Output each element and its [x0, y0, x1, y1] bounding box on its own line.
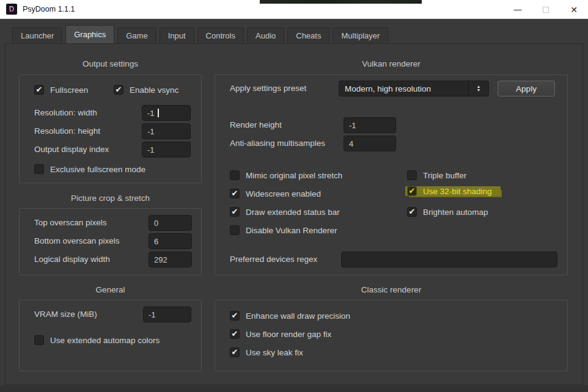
- label-resolution-height: Resolution: height: [34, 123, 100, 139]
- group-output-settings: ✔ Fullscreen ✔ Enable vsync Resolution: …: [19, 74, 202, 183]
- spinner-down-icon: ▼: [477, 89, 481, 92]
- group-vulkan-renderer: Apply settings preset Modern, high resol…: [215, 74, 568, 275]
- checkbox-label: Fullscreen: [50, 85, 88, 95]
- checkbox-sky-leak-fix[interactable]: ✔ Use sky leak fix: [230, 347, 303, 357]
- field-logical-display-width-wrap: [149, 252, 192, 267]
- tab-cheats[interactable]: Cheats: [287, 27, 329, 43]
- check-icon: ✔: [36, 85, 43, 93]
- checkbox-label: Use floor render gap fix: [246, 330, 331, 339]
- group-picture-crop: Top overscan pixels Bottom overscan pixe…: [19, 208, 202, 275]
- close-button[interactable]: ✕: [560, 0, 588, 19]
- label-apply-settings-preset: Apply settings preset: [230, 81, 306, 96]
- checkbox-label: Enhance wall draw precision: [246, 311, 350, 321]
- checkbox-box[interactable]: ✔: [34, 85, 44, 95]
- checkbox-enhance-wall-draw-precision[interactable]: ✔ Enhance wall draw precision: [230, 311, 350, 321]
- checkbox-label: Use 32-bit shading: [423, 187, 492, 196]
- group-general: VRAM size (MiB) ✔ Use extended automap c…: [19, 300, 202, 371]
- tab-launcher[interactable]: Launcher: [12, 27, 62, 43]
- checkbox-triple-buffer[interactable]: ✔ Triple buffer: [407, 170, 466, 180]
- minimize-button[interactable]: —: [504, 0, 532, 19]
- bottom-overscan-input[interactable]: [149, 233, 192, 249]
- checkbox-extended-automap-colors[interactable]: ✔ Use extended automap colors: [34, 335, 160, 345]
- label-preferred-devices-regex: Preferred devices regex: [230, 252, 317, 267]
- checkbox-box[interactable]: ✔: [230, 329, 240, 339]
- checkbox-box[interactable]: ✔: [114, 85, 123, 95]
- app-logo-icon: D: [6, 4, 17, 15]
- resolution-width-input[interactable]: [142, 105, 191, 121]
- label-resolution-width: Resolution: width: [34, 105, 97, 121]
- checkbox-label: Brighten automap: [423, 208, 488, 217]
- aa-multisamples-input[interactable]: [344, 136, 396, 151]
- checkbox-box[interactable]: ✔: [407, 170, 417, 180]
- checkbox-fullscreen[interactable]: ✔ Fullscreen: [34, 85, 88, 95]
- field-bottom-overscan-wrap: [149, 233, 192, 249]
- label-bottom-overscan: Bottom overscan pixels: [34, 233, 120, 249]
- checkbox-box[interactable]: ✔: [230, 207, 240, 217]
- checkbox-box[interactable]: ✔: [230, 170, 240, 180]
- checkbox-widescreen-enabled[interactable]: ✔ Widescreen enabled: [230, 189, 321, 198]
- label-top-overscan: Top overscan pixels: [34, 215, 107, 231]
- checkbox-exclusive-fullscreen[interactable]: ✔ Exclusive fullscreen mode: [34, 164, 145, 174]
- checkbox-label: Widescreen enabled: [246, 189, 321, 198]
- apply-button[interactable]: Apply: [498, 81, 555, 96]
- field-resolution-height-wrap: [142, 123, 191, 139]
- preset-select[interactable]: Modern, high resolution ▲ ▼: [339, 81, 489, 96]
- checkbox-enable-vsync[interactable]: ✔ Enable vsync: [114, 85, 178, 95]
- label-output-display-index: Output display index: [34, 142, 109, 158]
- resolution-height-input[interactable]: [142, 123, 191, 139]
- maximize-button[interactable]: [532, 0, 560, 19]
- checkbox-floor-render-gap-fix[interactable]: ✔ Use floor render gap fix: [230, 329, 331, 339]
- checkbox-box[interactable]: ✔: [34, 335, 44, 345]
- window-controls: — ✕: [504, 0, 588, 19]
- field-aa-multisamples-wrap: [344, 136, 396, 151]
- tab-multiplayer[interactable]: Multiplayer: [333, 27, 388, 43]
- output-display-index-input[interactable]: [142, 142, 191, 158]
- label-vram-size: VRAM size (MiB): [34, 307, 97, 322]
- checkbox-label: Triple buffer: [423, 171, 466, 180]
- tab-game[interactable]: Game: [117, 27, 156, 43]
- vram-size-input[interactable]: [143, 307, 191, 322]
- checkbox-brighten-automap[interactable]: ✔ Brighten automap: [407, 207, 488, 217]
- tab-audio[interactable]: Audio: [247, 27, 284, 43]
- group-title-classic: Classic renderer: [215, 285, 568, 296]
- checkbox-box[interactable]: ✔: [407, 186, 417, 196]
- checkbox-box[interactable]: ✔: [230, 347, 240, 357]
- psydoom-window: D PsyDoom 1.1.1 — ✕ Launcher Graphics Ga…: [0, 0, 588, 392]
- render-height-input[interactable]: [344, 117, 396, 133]
- text-caret: [158, 109, 159, 117]
- maximize-icon: [543, 7, 549, 13]
- preset-select-value: Modern, high resolution: [339, 84, 468, 93]
- checkbox-box[interactable]: ✔: [230, 225, 240, 235]
- checkbox-box[interactable]: ✔: [230, 189, 240, 198]
- check-icon: ✔: [116, 85, 122, 93]
- top-overscan-input[interactable]: [149, 215, 192, 231]
- checkbox-draw-extended-status-bar[interactable]: ✔ Draw extended status bar: [230, 207, 340, 217]
- check-icon: ✔: [232, 330, 238, 338]
- preferred-devices-regex-input[interactable]: [341, 252, 557, 267]
- window-bottom-edge: [0, 385, 588, 392]
- tab-bar: Launcher Graphics Game Input Controls Au…: [0, 19, 588, 43]
- tab-controls[interactable]: Controls: [197, 27, 244, 43]
- tab-graphics[interactable]: Graphics: [65, 25, 114, 43]
- checkbox-use-32bit-shading[interactable]: ✔ Use 32-bit shading: [405, 186, 501, 196]
- checkbox-box[interactable]: ✔: [230, 311, 240, 321]
- group-title-vulkan: Vulkan renderer: [215, 59, 568, 70]
- checkbox-disable-vulkan-renderer[interactable]: ✔ Disable Vulkan Renderer: [230, 225, 337, 235]
- checkbox-box[interactable]: ✔: [34, 164, 44, 174]
- group-title-picture-crop: Picture crop & stretch: [19, 194, 202, 205]
- checkbox-label: Draw extended status bar: [246, 208, 340, 217]
- label-logical-display-width: Logical display width: [34, 252, 110, 267]
- check-icon: ✔: [409, 187, 416, 195]
- checkbox-mimic-original-pixel-stretch[interactable]: ✔ Mimic original pixel stretch: [230, 170, 342, 180]
- field-vram-size-wrap: [143, 307, 191, 322]
- select-spinner-icon[interactable]: ▲ ▼: [469, 85, 488, 92]
- check-icon: ✔: [409, 208, 416, 216]
- logical-display-width-input[interactable]: [149, 252, 192, 267]
- field-render-height-wrap: [344, 117, 396, 133]
- check-icon: ✔: [232, 348, 238, 356]
- checkbox-box[interactable]: ✔: [407, 207, 417, 217]
- checkbox-label: Exclusive fullscreen mode: [50, 165, 145, 174]
- tab-input[interactable]: Input: [160, 27, 194, 43]
- checkbox-label: Use extended automap colors: [50, 336, 160, 345]
- check-icon: ✔: [232, 208, 238, 216]
